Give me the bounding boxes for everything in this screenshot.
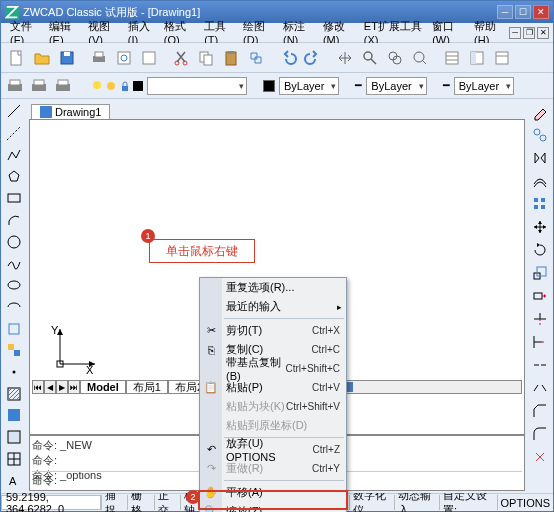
lineweight-combo[interactable]: ByLayer [454,77,514,95]
copy-button[interactable] [194,46,218,70]
plot-button[interactable] [137,46,161,70]
ctx-zoom[interactable]: 🔍缩放(Z) [200,502,346,512]
menu-view[interactable]: 视图(V) [83,19,122,46]
extend-tool[interactable] [529,331,551,353]
hatch-tool[interactable] [3,383,25,404]
menu-edit[interactable]: 编辑(E) [44,19,83,46]
ctx-undo[interactable]: ↶放弃(U) OPTIONSCtrl+Z [200,440,346,459]
explode-tool[interactable] [529,446,551,468]
menu-help[interactable]: 帮助(H) [469,19,509,46]
zoom-prev-button[interactable] [408,46,432,70]
ctx-paste[interactable]: 📋粘贴(P)Ctrl+V [200,378,346,397]
rectangle-tool[interactable] [3,188,25,209]
table-tool[interactable] [3,449,25,470]
text-tool[interactable]: A [3,470,25,491]
ctx-recent[interactable]: 最近的输入▸ [200,297,346,316]
tab-layout1[interactable]: 布局1 [126,380,168,394]
pan-button[interactable] [333,46,357,70]
ellipsearc-tool[interactable] [3,296,25,317]
menu-insert[interactable]: 插入(I) [123,19,159,46]
status-options[interactable]: OPTIONS [497,495,554,510]
cut-button[interactable] [169,46,193,70]
linetype-combo[interactable]: ByLayer [366,77,426,95]
ctx-cut[interactable]: ✂剪切(T)Ctrl+X [200,321,346,340]
menu-window[interactable]: 窗口(W) [427,19,469,46]
layout-icon2[interactable] [29,76,49,96]
stretch-tool[interactable] [529,285,551,307]
region-tool[interactable] [3,427,25,448]
status-tablet[interactable]: 数字化仪 [349,495,394,510]
doc-tab-drawing1[interactable]: Drawing1 [31,104,110,119]
zoom-extents-button[interactable] [383,46,407,70]
copy-tool[interactable] [529,124,551,146]
ctx-pan[interactable]: ✋平移(A) [200,483,346,502]
mdi-close[interactable]: ✕ [537,27,549,39]
tab-model[interactable]: Model [80,380,126,394]
mdi-restore[interactable]: ❐ [523,27,535,39]
break-tool[interactable] [529,354,551,376]
menu-dimension[interactable]: 标注(N) [278,19,318,46]
ellipse-tool[interactable] [3,275,25,296]
tab-first[interactable]: ⏮ [32,380,44,394]
trim-tool[interactable] [529,308,551,330]
status-ortho[interactable]: 正交 [154,495,180,510]
scale-tool[interactable] [529,262,551,284]
spline-tool[interactable] [3,253,25,274]
new-button[interactable] [5,46,29,70]
tab-prev[interactable]: ◀ [44,380,56,394]
status-snap[interactable]: 捕捉 [101,495,127,510]
match-button[interactable] [244,46,268,70]
maximize-button[interactable]: ☐ [515,5,531,19]
menu-file[interactable]: 文件(F) [5,19,44,46]
print-button[interactable] [87,46,111,70]
designcenter-button[interactable] [465,46,489,70]
status-dyn[interactable]: 动态输入 [394,495,439,510]
tab-next[interactable]: ▶ [56,380,68,394]
status-coords[interactable]: 59.2199, 364.6282, 0 [1,495,101,510]
insert-tool[interactable] [3,318,25,339]
menu-modify[interactable]: 修改(M) [318,19,359,46]
polygon-tool[interactable] [3,166,25,187]
point-tool[interactable] [3,362,25,383]
menu-et[interactable]: ET扩展工具(X) [359,19,427,46]
open-button[interactable] [30,46,54,70]
status-grid[interactable]: 栅格 [127,495,153,510]
close-button[interactable]: ✕ [533,5,549,19]
preview-button[interactable] [112,46,136,70]
toolpalettes-button[interactable] [490,46,514,70]
save-button[interactable] [55,46,79,70]
minimize-button[interactable]: ─ [497,5,513,19]
paste-button[interactable] [219,46,243,70]
properties-button[interactable] [440,46,464,70]
line-tool[interactable] [3,101,25,122]
mdi-minimize[interactable]: ─ [509,27,521,39]
tab-last[interactable]: ⏭ [68,380,80,394]
mirror-tool[interactable] [529,147,551,169]
polyline-tool[interactable] [3,144,25,165]
menu-tools[interactable]: 工具(T) [199,19,238,46]
layout-icon3[interactable] [53,76,73,96]
gradient-tool[interactable] [3,405,25,426]
xline-tool[interactable] [3,123,25,144]
join-tool[interactable] [529,377,551,399]
zoom-button[interactable] [358,46,382,70]
menu-draw[interactable]: 绘图(D) [238,19,278,46]
undo-button[interactable] [276,46,300,70]
circle-tool[interactable] [3,231,25,252]
layout-icon1[interactable] [5,76,25,96]
offset-tool[interactable] [529,170,551,192]
array-tool[interactable] [529,193,551,215]
color-box[interactable] [263,80,275,92]
block-tool[interactable] [3,340,25,361]
chamfer-tool[interactable] [529,400,551,422]
arc-tool[interactable] [3,210,25,231]
fillet-tool[interactable] [529,423,551,445]
erase-tool[interactable] [529,101,551,123]
color-combo[interactable]: ByLayer [279,77,339,95]
ctx-copybase[interactable]: 带基点复制(B)Ctrl+Shift+C [200,359,346,378]
status-custom[interactable]: 自定义设置: [439,495,496,510]
layer-combo[interactable] [147,77,247,95]
redo-button[interactable] [301,46,325,70]
menu-format[interactable]: 格式(O) [159,19,199,46]
ctx-repeat[interactable]: 重复选项(R)... [200,278,346,297]
